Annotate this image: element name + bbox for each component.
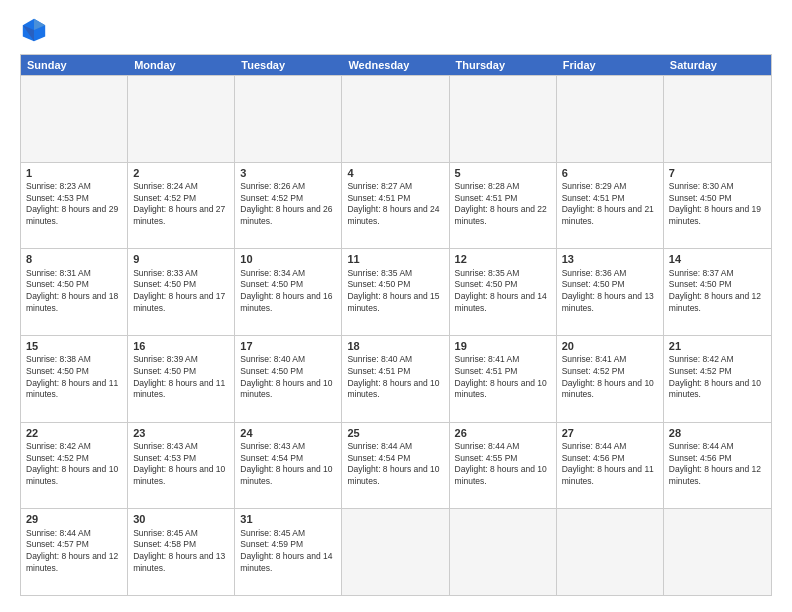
day-info: Sunrise: 8:30 AMSunset: 4:50 PMDaylight:… — [669, 181, 761, 226]
day-info: Sunrise: 8:45 AMSunset: 4:59 PMDaylight:… — [240, 528, 332, 573]
day-number: 29 — [26, 512, 122, 526]
day-info: Sunrise: 8:23 AMSunset: 4:53 PMDaylight:… — [26, 181, 118, 226]
day-number: 25 — [347, 426, 443, 440]
day-number: 24 — [240, 426, 336, 440]
empty-cell — [450, 509, 557, 595]
day-header-monday: Monday — [128, 55, 235, 75]
day-cell-28: 28Sunrise: 8:44 AMSunset: 4:56 PMDayligh… — [664, 423, 771, 509]
day-cell-2: 2Sunrise: 8:24 AMSunset: 4:52 PMDaylight… — [128, 163, 235, 249]
day-info: Sunrise: 8:40 AMSunset: 4:51 PMDaylight:… — [347, 354, 439, 399]
day-info: Sunrise: 8:40 AMSunset: 4:50 PMDaylight:… — [240, 354, 332, 399]
day-cell-25: 25Sunrise: 8:44 AMSunset: 4:54 PMDayligh… — [342, 423, 449, 509]
day-cell-19: 19Sunrise: 8:41 AMSunset: 4:51 PMDayligh… — [450, 336, 557, 422]
day-info: Sunrise: 8:42 AMSunset: 4:52 PMDaylight:… — [669, 354, 761, 399]
calendar: SundayMondayTuesdayWednesdayThursdayFrid… — [20, 54, 772, 596]
day-cell-4: 4Sunrise: 8:27 AMSunset: 4:51 PMDaylight… — [342, 163, 449, 249]
day-number: 23 — [133, 426, 229, 440]
day-number: 7 — [669, 166, 766, 180]
day-info: Sunrise: 8:43 AMSunset: 4:53 PMDaylight:… — [133, 441, 225, 486]
day-number: 27 — [562, 426, 658, 440]
day-cell-13: 13Sunrise: 8:36 AMSunset: 4:50 PMDayligh… — [557, 249, 664, 335]
day-cell-30: 30Sunrise: 8:45 AMSunset: 4:58 PMDayligh… — [128, 509, 235, 595]
day-number: 17 — [240, 339, 336, 353]
empty-cell — [128, 76, 235, 162]
day-number: 4 — [347, 166, 443, 180]
day-cell-1: 1Sunrise: 8:23 AMSunset: 4:53 PMDaylight… — [21, 163, 128, 249]
day-cell-12: 12Sunrise: 8:35 AMSunset: 4:50 PMDayligh… — [450, 249, 557, 335]
day-header-saturday: Saturday — [664, 55, 771, 75]
day-info: Sunrise: 8:35 AMSunset: 4:50 PMDaylight:… — [347, 268, 439, 313]
empty-cell — [21, 76, 128, 162]
week-row-3: 8Sunrise: 8:31 AMSunset: 4:50 PMDaylight… — [21, 248, 771, 335]
calendar-header: SundayMondayTuesdayWednesdayThursdayFrid… — [21, 55, 771, 75]
day-cell-3: 3Sunrise: 8:26 AMSunset: 4:52 PMDaylight… — [235, 163, 342, 249]
day-cell-14: 14Sunrise: 8:37 AMSunset: 4:50 PMDayligh… — [664, 249, 771, 335]
week-row-5: 22Sunrise: 8:42 AMSunset: 4:52 PMDayligh… — [21, 422, 771, 509]
calendar-body: 1Sunrise: 8:23 AMSunset: 4:53 PMDaylight… — [21, 75, 771, 595]
week-row-6: 29Sunrise: 8:44 AMSunset: 4:57 PMDayligh… — [21, 508, 771, 595]
day-cell-5: 5Sunrise: 8:28 AMSunset: 4:51 PMDaylight… — [450, 163, 557, 249]
day-info: Sunrise: 8:24 AMSunset: 4:52 PMDaylight:… — [133, 181, 225, 226]
day-cell-31: 31Sunrise: 8:45 AMSunset: 4:59 PMDayligh… — [235, 509, 342, 595]
day-cell-6: 6Sunrise: 8:29 AMSunset: 4:51 PMDaylight… — [557, 163, 664, 249]
day-info: Sunrise: 8:41 AMSunset: 4:52 PMDaylight:… — [562, 354, 654, 399]
week-row-1 — [21, 75, 771, 162]
day-info: Sunrise: 8:44 AMSunset: 4:54 PMDaylight:… — [347, 441, 439, 486]
day-info: Sunrise: 8:41 AMSunset: 4:51 PMDaylight:… — [455, 354, 547, 399]
day-number: 2 — [133, 166, 229, 180]
empty-cell — [557, 76, 664, 162]
day-header-sunday: Sunday — [21, 55, 128, 75]
day-info: Sunrise: 8:44 AMSunset: 4:56 PMDaylight:… — [669, 441, 761, 486]
day-number: 18 — [347, 339, 443, 353]
day-info: Sunrise: 8:27 AMSunset: 4:51 PMDaylight:… — [347, 181, 439, 226]
day-cell-15: 15Sunrise: 8:38 AMSunset: 4:50 PMDayligh… — [21, 336, 128, 422]
empty-cell — [557, 509, 664, 595]
day-cell-11: 11Sunrise: 8:35 AMSunset: 4:50 PMDayligh… — [342, 249, 449, 335]
day-cell-27: 27Sunrise: 8:44 AMSunset: 4:56 PMDayligh… — [557, 423, 664, 509]
day-number: 10 — [240, 252, 336, 266]
empty-cell — [664, 509, 771, 595]
empty-cell — [342, 76, 449, 162]
day-cell-24: 24Sunrise: 8:43 AMSunset: 4:54 PMDayligh… — [235, 423, 342, 509]
logo — [20, 16, 52, 44]
day-number: 19 — [455, 339, 551, 353]
day-info: Sunrise: 8:26 AMSunset: 4:52 PMDaylight:… — [240, 181, 332, 226]
day-cell-7: 7Sunrise: 8:30 AMSunset: 4:50 PMDaylight… — [664, 163, 771, 249]
day-number: 30 — [133, 512, 229, 526]
day-number: 3 — [240, 166, 336, 180]
day-number: 1 — [26, 166, 122, 180]
day-number: 5 — [455, 166, 551, 180]
day-info: Sunrise: 8:31 AMSunset: 4:50 PMDaylight:… — [26, 268, 118, 313]
day-number: 20 — [562, 339, 658, 353]
day-number: 16 — [133, 339, 229, 353]
header — [20, 16, 772, 44]
day-number: 8 — [26, 252, 122, 266]
logo-icon — [20, 16, 48, 44]
day-header-tuesday: Tuesday — [235, 55, 342, 75]
day-number: 14 — [669, 252, 766, 266]
day-number: 21 — [669, 339, 766, 353]
day-cell-9: 9Sunrise: 8:33 AMSunset: 4:50 PMDaylight… — [128, 249, 235, 335]
day-number: 31 — [240, 512, 336, 526]
week-row-2: 1Sunrise: 8:23 AMSunset: 4:53 PMDaylight… — [21, 162, 771, 249]
day-header-thursday: Thursday — [450, 55, 557, 75]
day-info: Sunrise: 8:43 AMSunset: 4:54 PMDaylight:… — [240, 441, 332, 486]
day-cell-29: 29Sunrise: 8:44 AMSunset: 4:57 PMDayligh… — [21, 509, 128, 595]
day-number: 12 — [455, 252, 551, 266]
day-number: 26 — [455, 426, 551, 440]
day-info: Sunrise: 8:36 AMSunset: 4:50 PMDaylight:… — [562, 268, 654, 313]
day-info: Sunrise: 8:34 AMSunset: 4:50 PMDaylight:… — [240, 268, 332, 313]
day-cell-10: 10Sunrise: 8:34 AMSunset: 4:50 PMDayligh… — [235, 249, 342, 335]
day-info: Sunrise: 8:42 AMSunset: 4:52 PMDaylight:… — [26, 441, 118, 486]
day-info: Sunrise: 8:44 AMSunset: 4:56 PMDaylight:… — [562, 441, 654, 486]
day-number: 9 — [133, 252, 229, 266]
day-cell-22: 22Sunrise: 8:42 AMSunset: 4:52 PMDayligh… — [21, 423, 128, 509]
day-number: 11 — [347, 252, 443, 266]
empty-cell — [450, 76, 557, 162]
page: SundayMondayTuesdayWednesdayThursdayFrid… — [0, 0, 792, 612]
day-number: 28 — [669, 426, 766, 440]
day-cell-26: 26Sunrise: 8:44 AMSunset: 4:55 PMDayligh… — [450, 423, 557, 509]
day-info: Sunrise: 8:44 AMSunset: 4:55 PMDaylight:… — [455, 441, 547, 486]
day-info: Sunrise: 8:38 AMSunset: 4:50 PMDaylight:… — [26, 354, 118, 399]
day-cell-18: 18Sunrise: 8:40 AMSunset: 4:51 PMDayligh… — [342, 336, 449, 422]
